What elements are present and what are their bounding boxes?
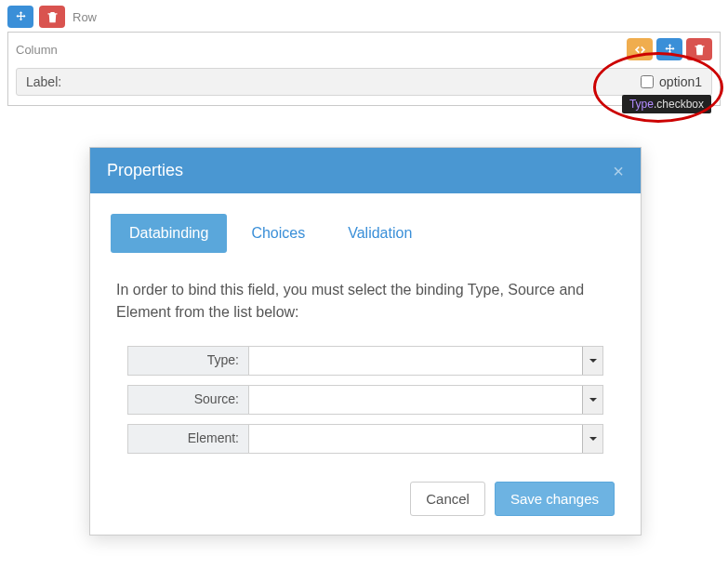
modal-title: Properties [107,161,183,180]
code-icon [633,43,647,57]
element-row: Element: [127,424,603,454]
instruction-text: In order to bind this field, you must se… [116,279,615,324]
option-label: option1 [659,74,702,89]
option-checkbox[interactable] [641,75,654,88]
save-button[interactable]: Save changes [495,482,615,516]
source-row: Source: [127,385,603,415]
move-icon [663,43,677,57]
tab-bar: Databinding Choices Validation [111,214,620,253]
column-actions [627,38,712,60]
modal-header: Properties × [90,148,641,193]
column-label: Column [16,43,58,57]
binding-form: Type: Source: Element: [127,346,603,454]
row-header: Row [7,6,721,28]
element-select[interactable] [249,425,602,453]
element-select-wrap [248,424,603,454]
source-select-wrap [248,385,603,415]
type-select[interactable] [249,347,602,375]
properties-modal: Properties × Databinding Choices Validat… [89,147,642,536]
element-label: Element: [127,424,248,454]
type-tooltip: Type.checkbox [622,95,711,113]
move-row-button[interactable] [7,6,33,28]
source-select[interactable] [249,386,602,414]
move-icon [14,10,28,24]
type-row: Type: [127,346,603,376]
trash-icon [693,43,707,57]
field-option[interactable]: option1 [641,74,702,89]
modal-footer: Cancel Save changes [111,482,620,516]
field-row[interactable]: Label: option1 Type.checkbox [16,68,712,96]
column-header: Column [16,38,712,60]
tab-choices[interactable]: Choices [232,214,324,253]
modal-close-button[interactable]: × [613,162,624,180]
source-label: Source: [127,385,248,415]
type-select-wrap [248,346,603,376]
code-column-button[interactable] [627,38,653,60]
tab-validation[interactable]: Validation [329,214,430,253]
modal-body: Databinding Choices Validation In order … [90,193,641,535]
trash-icon [46,10,60,24]
row-label: Row [73,10,97,24]
delete-row-button[interactable] [39,6,65,28]
tab-databinding[interactable]: Databinding [111,214,227,253]
move-column-button[interactable] [656,38,682,60]
delete-column-button[interactable] [686,38,712,60]
type-label: Type: [127,346,248,376]
form-builder: Row Column Label: option1 [0,0,728,106]
cancel-button[interactable]: Cancel [410,482,485,516]
tooltip-type: Type [629,98,654,111]
field-label: Label: [26,74,61,89]
column-container: Column Label: option1 Type.ch [7,32,721,106]
tooltip-value: checkbox [656,98,704,111]
